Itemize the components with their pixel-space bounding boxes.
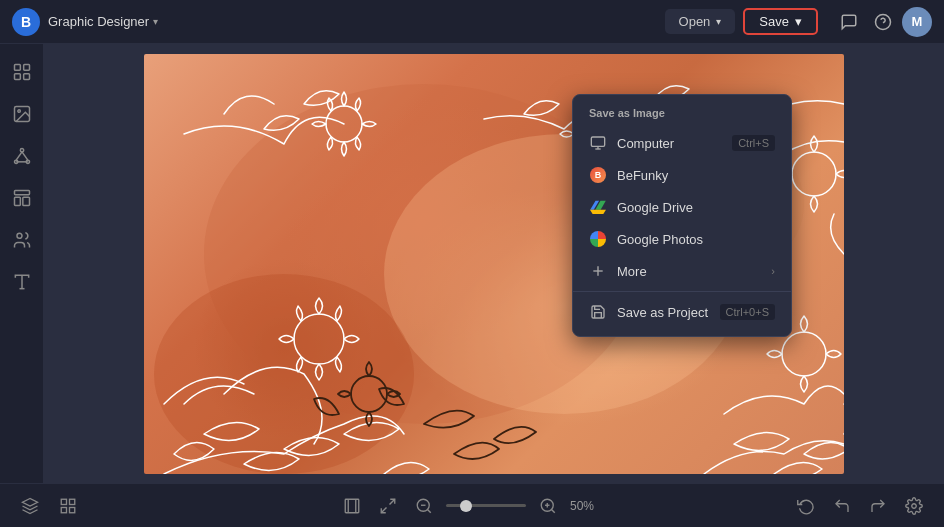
save-label: Save	[759, 14, 789, 29]
sidebar-icon-images[interactable]	[4, 96, 40, 132]
zoom-in-button[interactable]	[534, 492, 562, 520]
svg-line-43	[390, 499, 395, 504]
dropdown-overlay[interactable]: Save as Image Computer Ctrl+S B	[44, 88, 944, 483]
save-chevron: ▾	[795, 14, 802, 29]
svg-line-46	[427, 509, 430, 512]
computer-icon	[589, 134, 607, 152]
save-more-item[interactable]: More ›	[573, 255, 791, 287]
help-button[interactable]	[868, 7, 898, 37]
app-title-chevron: ▾	[153, 16, 158, 27]
bottombar-center: 50%	[338, 492, 606, 520]
main-area: Save as Image Computer Ctrl+S B	[0, 44, 944, 483]
save-befunky-label: BeFunky	[617, 168, 668, 183]
save-project-label: Save as Project	[617, 305, 708, 320]
zoom-slider[interactable]	[446, 504, 526, 507]
dropdown-divider	[573, 291, 791, 292]
sidebar-icon-elements[interactable]	[4, 138, 40, 174]
sidebar-icon-text[interactable]	[4, 264, 40, 300]
svg-point-8	[20, 149, 23, 152]
canvas-area: Save as Image Computer Ctrl+S B	[44, 44, 944, 483]
svg-rect-14	[14, 191, 29, 195]
save-button[interactable]: Save ▾	[743, 8, 818, 35]
svg-line-11	[16, 152, 22, 160]
save-gphotos-label: Google Photos	[617, 232, 703, 247]
comment-button[interactable]	[834, 7, 864, 37]
zoom-percent: 50%	[570, 499, 606, 513]
save-gdrive-item[interactable]: Google Drive	[573, 191, 791, 223]
topbar: B Graphic Designer ▾ Open ▾ Save ▾ M	[0, 0, 944, 44]
save-gphotos-item[interactable]: Google Photos	[573, 223, 791, 255]
svg-line-49	[551, 509, 554, 512]
svg-rect-4	[14, 74, 20, 80]
svg-line-12	[22, 152, 28, 160]
save-computer-label: Computer	[617, 136, 674, 151]
rotate-left-button[interactable]	[792, 492, 820, 520]
save-project-shortcut: Ctrl+0+S	[720, 304, 775, 320]
save-project-icon	[589, 303, 607, 321]
save-project-item[interactable]: Save as Project Ctrl+0+S	[573, 296, 791, 328]
save-more-label: More	[617, 264, 647, 279]
gphotos-icon	[589, 230, 607, 248]
gdrive-icon	[589, 198, 607, 216]
left-sidebar	[0, 44, 44, 483]
topbar-icons: M	[834, 7, 932, 37]
more-icon	[589, 262, 607, 280]
undo-button[interactable]	[828, 492, 856, 520]
svg-point-7	[17, 110, 19, 113]
app-title-button[interactable]: Graphic Designer ▾	[48, 14, 158, 29]
svg-rect-37	[70, 499, 75, 504]
open-chevron: ▾	[716, 16, 721, 27]
open-button[interactable]: Open ▾	[665, 9, 736, 34]
svg-rect-2	[14, 65, 20, 71]
svg-rect-39	[70, 507, 75, 512]
save-as-image-header: Save as Image	[573, 103, 791, 127]
svg-point-17	[17, 233, 22, 238]
avatar[interactable]: M	[902, 7, 932, 37]
svg-marker-35	[23, 498, 38, 506]
svg-rect-40	[345, 499, 359, 513]
sidebar-icon-templates[interactable]	[4, 54, 40, 90]
zoom-out-button[interactable]	[410, 492, 438, 520]
open-label: Open	[679, 14, 711, 29]
layers-button[interactable]	[16, 492, 44, 520]
app-title-label: Graphic Designer	[48, 14, 149, 29]
svg-rect-3	[23, 65, 29, 71]
fit-button[interactable]	[338, 492, 366, 520]
svg-point-52	[912, 503, 917, 508]
svg-rect-5	[23, 74, 29, 80]
save-computer-item[interactable]: Computer Ctrl+S	[573, 127, 791, 159]
bottombar-left	[16, 492, 82, 520]
svg-rect-16	[22, 197, 29, 205]
bottombar: 50%	[0, 483, 944, 527]
sidebar-icon-layout[interactable]	[4, 180, 40, 216]
grid-button[interactable]	[54, 492, 82, 520]
svg-rect-38	[61, 507, 66, 512]
svg-rect-30	[591, 137, 604, 146]
save-gdrive-label: Google Drive	[617, 200, 693, 215]
svg-rect-36	[61, 499, 66, 504]
logo[interactable]: B	[12, 8, 40, 36]
save-computer-shortcut: Ctrl+S	[732, 135, 775, 151]
svg-line-44	[381, 507, 386, 512]
svg-rect-15	[14, 197, 20, 205]
settings-button[interactable]	[900, 492, 928, 520]
sidebar-icon-people[interactable]	[4, 222, 40, 258]
save-befunky-item[interactable]: B BeFunky	[573, 159, 791, 191]
befunky-icon: B	[589, 166, 607, 184]
more-arrow: ›	[771, 265, 775, 277]
bottombar-right	[792, 492, 928, 520]
redo-button[interactable]	[864, 492, 892, 520]
fullscreen-button[interactable]	[374, 492, 402, 520]
save-dropdown-menu: Save as Image Computer Ctrl+S B	[572, 94, 792, 337]
